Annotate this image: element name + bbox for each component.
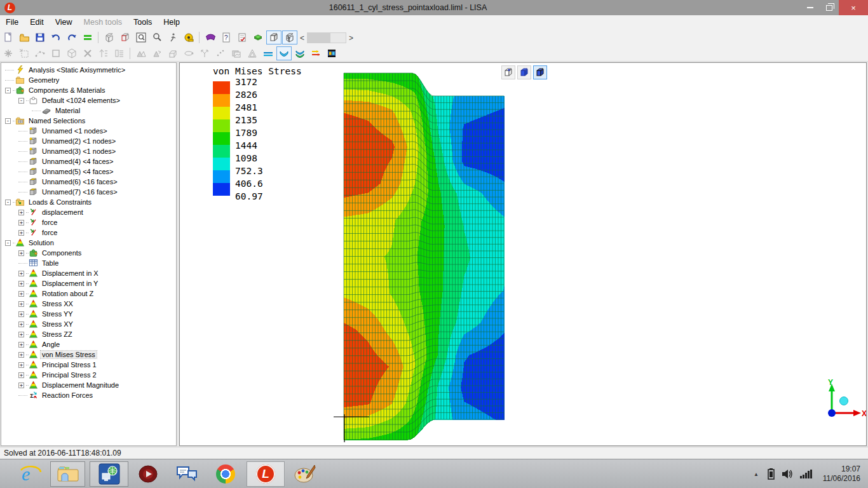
tree-item-label[interactable]: Stress ZZ [41,330,74,338]
tree-item-geometry[interactable]: Geometry [1,75,176,85]
tree-item-components[interactable]: +Components [1,248,176,258]
zoom-button[interactable] [149,30,165,44]
tree-item-principal-stress-1[interactable]: +Principal Stress 1 [1,360,176,370]
save-file-button[interactable] [32,30,48,44]
toolbar-scroll-thumb[interactable] [308,33,330,43]
network-signal-icon[interactable] [800,470,813,479]
tree-item-label[interactable]: Stress YY [41,310,74,318]
taskbar-messaging[interactable] [170,461,203,487]
taskbar-file-explorer[interactable] [50,461,85,487]
restore-button[interactable] [820,0,839,15]
new-file-button[interactable] [1,30,16,44]
tree-item-label[interactable]: Unnamed(5) <4 faces> [41,168,115,175]
zoom-window-button[interactable] [133,30,149,44]
deformed-view-button[interactable] [276,46,292,60]
expand-toggle[interactable]: + [18,372,24,378]
expand-toggle[interactable]: + [18,352,24,358]
collapse-toggle[interactable]: - [5,118,11,124]
wireframe-view-button[interactable] [282,30,297,44]
minimize-button[interactable] [801,0,820,15]
tree-item-loads-constraints[interactable]: -Loads & Constraints [1,197,176,207]
expand-toggle[interactable]: + [18,220,24,226]
tree-item-label[interactable]: Principal Stress 1 [41,361,98,369]
tree-item-label[interactable]: Material [54,107,81,114]
animation-button[interactable] [324,46,339,60]
taskbar-chrome[interactable] [209,461,242,487]
expand-toggle[interactable]: + [18,332,24,337]
deformed-overlay-button[interactable] [292,46,308,60]
tree-item-unnamed-2-1-nodes[interactable]: Unnamed(2) <1 nodes> [1,136,176,146]
tree-item-label[interactable]: Named Selections [27,117,86,125]
expand-toggle[interactable]: + [18,342,24,348]
tree-item-stress-zz[interactable]: +Stress ZZ [1,329,176,339]
tree-item-unnamed-5-4-faces[interactable]: Unnamed(5) <4 faces> [1,166,176,177]
tree-item-label[interactable]: Displacement in Y [41,280,99,287]
volume-icon[interactable] [782,469,794,479]
element-list-button[interactable] [80,30,95,44]
collapse-toggle[interactable]: - [5,88,11,93]
tree-item-von-mises-stress[interactable]: +von Mises Stress [1,349,176,360]
expand-toggle[interactable]: + [18,383,24,388]
tree-item-displacement-magnitude[interactable]: +Displacement Magnitude [1,380,176,390]
view-shaded-edges-button[interactable] [533,65,547,79]
tree-item-label[interactable]: Table [41,259,60,267]
tree-item-label[interactable]: Unnamed(4) <4 faces> [41,158,115,165]
tree-item-table[interactable]: Table [1,258,176,268]
undeformed-button[interactable] [261,46,276,60]
menu-file[interactable]: File [0,16,24,29]
taskbar-paint[interactable] [288,461,322,487]
tree-item-label[interactable]: Angle [41,341,61,348]
expand-toggle[interactable]: + [18,291,24,297]
model-viewport[interactable]: von Mises Stress 31722826248121351789144… [179,62,867,446]
fea-mesh-canvas[interactable] [330,68,514,449]
tree-item-label[interactable]: Stress XX [41,300,74,308]
tree-item-displacement[interactable]: +displacement [1,207,176,217]
tree-item-label[interactable]: Unnamed(3) <1 nodes> [41,147,117,155]
tree-item-label[interactable]: Components [41,249,83,257]
tree-item-force[interactable]: +force [1,227,176,238]
menu-tools[interactable]: Tools [128,16,158,29]
tree-item-analysis-static-axisymmetric[interactable]: Analysis <Static Axisymmetric> [1,65,176,75]
tree-item-unnamed-1-nodes[interactable]: Unnamed <1 nodes> [1,126,176,136]
taskbar-media-player[interactable] [132,461,165,487]
toolbar-scrollbar[interactable] [307,32,346,43]
tree-item-label[interactable]: Unnamed(6) <16 faces> [41,178,119,186]
close-button[interactable]: × [839,0,868,15]
tree-item-label[interactable]: Unnamed <1 nodes> [41,127,109,135]
wireframe-cube-button[interactable] [102,30,117,44]
expand-toggle[interactable]: + [18,322,24,327]
measure-button[interactable] [181,30,196,44]
menu-help[interactable]: Help [158,16,186,29]
tree-item-stress-xx[interactable]: +Stress XX [1,299,176,309]
title-bar[interactable]: L 160611_1_cyl_stress_pointaxload.liml -… [0,0,868,15]
tree-item-angle[interactable]: +Angle [1,339,176,349]
tree-item-unnamed-4-4-faces[interactable]: Unnamed(4) <4 faces> [1,156,176,166]
nav-left-button[interactable]: < [297,32,307,43]
walkthrough-button[interactable] [165,30,180,44]
tree-item-label[interactable]: Unnamed(7) <16 faces> [41,188,119,196]
tree-item-principal-stress-2[interactable]: +Principal Stress 2 [1,370,176,380]
tree-item-label[interactable]: Principal Stress 2 [41,371,98,379]
tree-item-force[interactable]: +force [1,217,176,227]
shaded-view-button[interactable] [266,30,281,44]
stereo-view-button[interactable] [203,30,218,44]
tray-expand-icon[interactable]: ▲ [754,471,759,477]
layers-button[interactable] [250,30,266,44]
tree-item-label[interactable]: Geometry [27,76,60,84]
expand-toggle[interactable]: + [18,271,24,276]
tree-item-named-selections[interactable]: -Named Selections [1,116,176,126]
taskbar-remote-app[interactable] [90,461,128,487]
tree-item-label[interactable]: von Mises Stress [41,351,97,358]
tree-item-unnamed-7-16-faces[interactable]: Unnamed(7) <16 faces> [1,187,176,197]
tree-item-label[interactable]: Reaction Forces [41,391,94,399]
tree-item-label[interactable]: Rotation about Z [41,290,95,297]
collapse-toggle[interactable]: - [18,98,24,104]
view-shaded-button[interactable] [517,65,531,79]
expand-toggle[interactable]: + [18,281,24,287]
tree-item-default-1024-elements[interactable]: -Default <1024 elements> [1,95,176,105]
tree-item-displacement-in-x[interactable]: +Displacement in X [1,268,176,278]
redo-button[interactable] [64,30,79,44]
tree-item-label[interactable]: Stress XY [41,320,74,328]
tree-item-label[interactable]: force [41,229,58,236]
tree-item-label[interactable]: Loads & Constraints [27,198,93,206]
